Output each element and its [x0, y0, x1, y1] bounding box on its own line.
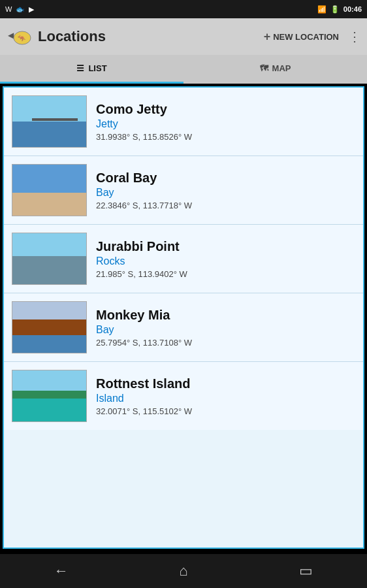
page-title: Locations: [38, 28, 106, 45]
app-bar-actions: + NEW LOCATION ⋮: [264, 29, 360, 44]
jetty-decoration: [32, 118, 78, 121]
location-info: Coral Bay Bay 22.3846° S, 113.7718° W: [96, 171, 355, 210]
location-thumbnail: [12, 301, 87, 353]
map-tab-icon: 🗺: [260, 63, 268, 73]
tab-bar: ☰ LIST 🗺 MAP: [0, 55, 367, 84]
app-icon-fish: 🐟: [16, 5, 25, 14]
location-thumbnail: [12, 95, 87, 148]
location-info: Jurabbi Point Rocks 21.985° S, 113.9402°…: [96, 239, 355, 279]
recents-button[interactable]: ▭: [286, 558, 325, 584]
location-name: Coral Bay: [96, 171, 355, 186]
location-thumbnail: [12, 370, 87, 422]
status-bar: W 🐟 ▶ 📶 🔋 00:46: [0, 0, 367, 18]
app-logo: ◀ 🦘: [7, 24, 33, 50]
list-item[interactable]: Como Jetty Jetty 31.9938° S, 115.8526° W: [4, 88, 363, 156]
location-info: Monkey Mia Bay 25.7954° S, 113.7108° W: [96, 308, 355, 348]
location-type: Island: [96, 393, 355, 404]
location-info: Como Jetty Jetty 31.9938° S, 115.8526° W: [96, 102, 355, 142]
list-item[interactable]: Monkey Mia Bay 25.7954° S, 113.7108° W: [4, 293, 363, 362]
tab-list[interactable]: ☰ LIST: [0, 55, 184, 84]
svg-text:◀: ◀: [8, 31, 14, 40]
app-icon-w: W: [5, 5, 12, 13]
plus-icon: +: [264, 30, 271, 44]
status-bar-right: 📶 🔋 00:46: [317, 5, 362, 14]
location-name: Como Jetty: [96, 102, 355, 117]
location-type: Bay: [96, 187, 355, 199]
location-thumbnail: [12, 164, 87, 216]
location-type: Bay: [96, 324, 355, 336]
location-name: Rottnest Island: [96, 376, 355, 391]
svg-text:🦘: 🦘: [18, 34, 26, 42]
app-bar-left: ◀ 🦘 Locations: [7, 24, 106, 50]
status-bar-left: W 🐟 ▶: [5, 5, 34, 14]
home-button[interactable]: ⌂: [164, 558, 203, 584]
location-coords: 32.0071° S, 115.5102° W: [96, 406, 355, 416]
location-name: Monkey Mia: [96, 308, 355, 323]
app-icon-play: ▶: [29, 5, 34, 14]
location-coords: 22.3846° S, 113.7718° W: [96, 201, 355, 210]
list-item[interactable]: Rottnest Island Island 32.0071° S, 115.5…: [4, 362, 363, 430]
battery-icon: 🔋: [330, 5, 340, 14]
app-bar: ◀ 🦘 Locations + NEW LOCATION ⋮: [0, 18, 367, 55]
location-coords: 25.7954° S, 113.7108° W: [96, 338, 355, 348]
new-location-label: NEW LOCATION: [273, 32, 339, 42]
location-type: Jetty: [96, 118, 355, 130]
tab-map[interactable]: 🗺 MAP: [184, 55, 367, 84]
wifi-icon: 📶: [317, 5, 327, 14]
location-coords: 31.9938° S, 115.8526° W: [96, 132, 355, 142]
list-item[interactable]: Jurabbi Point Rocks 21.985° S, 113.9402°…: [4, 225, 363, 293]
overflow-menu-button[interactable]: ⋮: [348, 29, 360, 44]
list-tab-icon: ☰: [76, 63, 84, 73]
time-display: 00:46: [343, 5, 362, 13]
list-item[interactable]: Coral Bay Bay 22.3846° S, 113.7718° W: [4, 156, 363, 225]
new-location-button[interactable]: + NEW LOCATION: [264, 30, 339, 44]
location-thumbnail: [12, 233, 87, 285]
map-tab-label: MAP: [272, 63, 291, 73]
list-tab-label: LIST: [88, 63, 106, 73]
location-info: Rottnest Island Island 32.0071° S, 115.5…: [96, 376, 355, 416]
location-name: Jurabbi Point: [96, 239, 355, 254]
back-button[interactable]: ←: [42, 558, 81, 584]
location-type: Rocks: [96, 255, 355, 267]
location-list: Como Jetty Jetty 31.9938° S, 115.8526° W…: [3, 86, 364, 549]
location-coords: 21.985° S, 113.9402° W: [96, 269, 355, 279]
bottom-nav-bar: ← ⌂ ▭: [0, 554, 367, 588]
